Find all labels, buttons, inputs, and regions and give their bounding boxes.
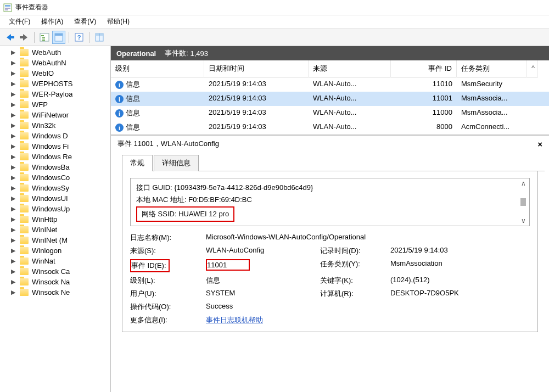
tab-details[interactable]: 详细信息 <box>154 155 199 171</box>
chevron-right-icon[interactable]: ▶ <box>11 70 15 77</box>
tree-item[interactable]: ▶WindowsCo <box>0 172 110 183</box>
scroll-up-icon[interactable]: ^ <box>527 60 538 77</box>
menu-action[interactable]: 操作(A) <box>36 15 69 29</box>
col-source[interactable]: 来源 <box>309 60 391 77</box>
val-user: SYSTEM <box>206 289 316 299</box>
chevron-right-icon[interactable]: ▶ <box>11 143 15 150</box>
scroll-down-icon[interactable]: ∨ <box>521 217 526 225</box>
tree-item[interactable]: ▶Winlogon <box>0 245 110 256</box>
tree-item-label: WinHttp <box>32 215 57 223</box>
scroll-thumb[interactable] <box>520 198 526 206</box>
toolbar-divider <box>34 32 35 43</box>
folder-icon <box>20 91 29 98</box>
cell-level: 信息 <box>126 123 140 131</box>
chevron-right-icon[interactable]: ▶ <box>11 153 15 160</box>
tree-item[interactable]: ▶Windows D <box>0 131 110 141</box>
col-datetime[interactable]: 日期和时间 <box>204 60 309 77</box>
chevron-right-icon[interactable]: ▶ <box>11 205 15 212</box>
help-button[interactable]: ? <box>72 31 86 44</box>
chevron-right-icon[interactable]: ▶ <box>11 111 15 119</box>
nav-back-button[interactable] <box>3 31 16 44</box>
scroll-up-icon[interactable]: ∧ <box>521 180 526 187</box>
chevron-right-icon[interactable]: ▶ <box>11 174 15 181</box>
menu-view[interactable]: 查看(V) <box>69 15 102 29</box>
tree-item[interactable]: ▶WFP <box>0 99 110 110</box>
chevron-right-icon[interactable]: ▶ <box>11 237 15 244</box>
chevron-right-icon[interactable]: ▶ <box>11 101 15 108</box>
description-box[interactable]: 接口 GUID: {109343f9-5e7a-4412-826d-d9e90b… <box>130 178 530 226</box>
chevron-right-icon[interactable]: ▶ <box>11 257 15 265</box>
tree-item[interactable]: ▶WinNat <box>0 256 110 266</box>
tree-item[interactable]: ▶Windows Fi <box>0 141 110 152</box>
tree-item[interactable]: ▶Windows Re <box>0 152 110 162</box>
cell-datetime: 2021/5/19 9:14:03 <box>204 106 309 120</box>
chevron-right-icon[interactable]: ▶ <box>11 247 15 254</box>
tree-item[interactable]: ▶WindowsBa <box>0 162 110 172</box>
tree-item[interactable]: ▶WEPHOSTS <box>0 79 110 89</box>
more-info-link[interactable]: 事件日志联机帮助 <box>206 316 263 324</box>
cell-datetime: 2021/5/19 9:14:03 <box>204 77 309 92</box>
folder-icon <box>20 226 29 233</box>
tree-item-label: WebAuthN <box>32 59 66 67</box>
tree-item[interactable]: ▶WebAuthN <box>0 58 110 68</box>
tree-item-label: WindowsUp <box>32 205 70 213</box>
chevron-right-icon[interactable]: ▶ <box>11 278 15 285</box>
svg-rect-2 <box>5 8 10 9</box>
view-columns-button[interactable] <box>93 31 106 44</box>
chevron-right-icon[interactable]: ▶ <box>11 132 15 139</box>
tree-item[interactable]: ▶WiFiNetwor <box>0 110 110 120</box>
properties-button[interactable] <box>52 31 65 44</box>
cell-source: WLAN-Auto... <box>309 120 391 135</box>
tree-item[interactable]: ▶Winsock Na <box>0 277 110 287</box>
detail-tabs: 常规 详细信息 <box>122 154 545 171</box>
navigation-tree[interactable]: ▶WebAuth ▶WebAuthN ▶WebIO ▶WEPHOSTS ▶WER… <box>0 46 111 392</box>
show-tree-button[interactable] <box>38 31 51 44</box>
event-list-body[interactable]: i信息 2021/5/19 9:14:03 WLAN-Auto... 11010… <box>111 77 549 135</box>
chevron-right-icon[interactable]: ▶ <box>11 59 15 66</box>
chevron-right-icon[interactable]: ▶ <box>11 184 15 192</box>
tree-item-label: WindowsBa <box>32 163 70 171</box>
chevron-right-icon[interactable]: ▶ <box>11 91 15 98</box>
tree-item[interactable]: ▶WinINet <box>0 225 110 235</box>
col-level[interactable]: 级别 <box>111 60 204 77</box>
chevron-right-icon[interactable]: ▶ <box>11 164 15 171</box>
tree-item[interactable]: ▶WinHttp <box>0 214 110 225</box>
chevron-right-icon[interactable]: ▶ <box>11 226 15 233</box>
chevron-right-icon[interactable]: ▶ <box>11 268 15 275</box>
event-row[interactable]: i信息 2021/5/19 9:14:03 WLAN-Auto... 8000 … <box>111 120 549 135</box>
col-category[interactable]: 任务类别 <box>457 60 527 77</box>
tree-item[interactable]: ▶WindowsUp <box>0 204 110 214</box>
menu-help[interactable]: 帮助(H) <box>102 15 135 29</box>
tab-general[interactable]: 常规 <box>122 155 153 171</box>
close-button[interactable]: × <box>535 139 545 149</box>
tree-item[interactable]: ▶WebAuth <box>0 47 110 58</box>
col-event-id[interactable]: 事件 ID <box>391 60 457 77</box>
chevron-right-icon[interactable]: ▶ <box>11 216 15 223</box>
lbl-logged: 记录时间(D): <box>320 246 386 256</box>
tree-item-label: Winsock Ca <box>32 267 70 276</box>
chevron-right-icon[interactable]: ▶ <box>11 49 15 56</box>
tree-item-label: Winlogon <box>32 247 61 255</box>
chevron-right-icon[interactable]: ▶ <box>11 122 15 129</box>
tree-item[interactable]: ▶WindowsSy <box>0 183 110 193</box>
event-row[interactable]: i信息 2021/5/19 9:14:03 WLAN-Auto... 11000… <box>111 106 549 120</box>
svg-rect-9 <box>42 40 45 41</box>
desc-scrollbar[interactable]: ∧ ∨ <box>518 180 528 225</box>
tree-item[interactable]: ▶WER-Payloa <box>0 89 110 99</box>
tree-item[interactable]: ▶Winsock Ne <box>0 287 110 298</box>
nav-forward-button[interactable] <box>18 31 31 44</box>
tree-item[interactable]: ▶WindowsUI <box>0 193 110 204</box>
chevron-right-icon[interactable]: ▶ <box>11 80 15 87</box>
chevron-right-icon[interactable]: ▶ <box>11 195 15 202</box>
event-row[interactable]: i信息 2021/5/19 9:14:03 WLAN-Auto... 11001… <box>111 92 549 106</box>
tree-item[interactable]: ▶Win32k <box>0 120 110 131</box>
chevron-right-icon[interactable]: ▶ <box>11 289 15 296</box>
info-icon: i <box>115 109 124 117</box>
menu-file[interactable]: 文件(F) <box>3 15 36 29</box>
info-icon: i <box>115 81 124 89</box>
tree-item[interactable]: ▶WinINet (M <box>0 235 110 245</box>
event-detail-pane: 事件 11001，WLAN-AutoConfig × 常规 详细信息 接口 GU… <box>111 135 549 392</box>
tree-item[interactable]: ▶Winsock Ca <box>0 266 110 277</box>
event-row[interactable]: i信息 2021/5/19 9:14:03 WLAN-Auto... 11010… <box>111 77 549 92</box>
tree-item[interactable]: ▶WebIO <box>0 68 110 79</box>
